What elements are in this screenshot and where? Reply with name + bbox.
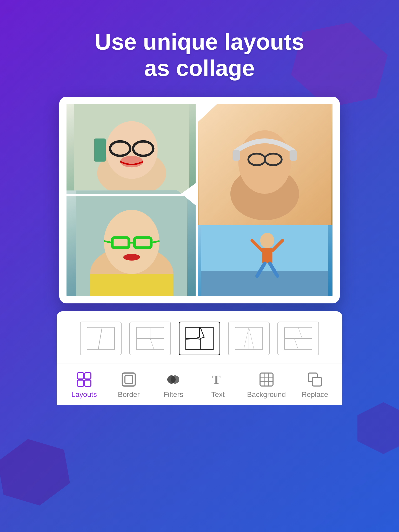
svg-rect-13 — [232, 150, 240, 161]
svg-marker-39 — [136, 338, 154, 350]
horizontal-divider — [66, 194, 196, 196]
svg-rect-28 — [262, 248, 272, 263]
svg-marker-50 — [298, 327, 312, 338]
svg-rect-24 — [90, 274, 173, 296]
filters-icon — [165, 371, 182, 388]
svg-marker-34 — [87, 327, 102, 350]
svg-point-60 — [171, 375, 179, 384]
border-icon — [121, 371, 137, 388]
layout-option-5[interactable] — [277, 322, 319, 355]
collage-photo-4[interactable] — [197, 225, 332, 296]
background-label: Background — [247, 390, 286, 399]
collage-grid — [66, 104, 332, 296]
replace-label: Replace — [302, 390, 328, 399]
background-icon — [258, 371, 275, 388]
svg-rect-6 — [94, 139, 106, 162]
text-label: Text — [211, 390, 224, 399]
filters-label: Filters — [163, 390, 183, 399]
vertical-divider — [196, 104, 198, 296]
layout-option-4[interactable] — [228, 322, 270, 355]
svg-text:T: T — [212, 373, 221, 387]
svg-marker-46 — [235, 327, 249, 350]
svg-rect-14 — [290, 150, 297, 161]
text-icon: T — [210, 371, 226, 388]
svg-rect-53 — [77, 373, 84, 379]
svg-rect-68 — [312, 377, 321, 386]
nav-item-background[interactable]: Background — [247, 371, 286, 399]
svg-point-5 — [120, 156, 143, 167]
svg-rect-55 — [77, 380, 84, 386]
svg-rect-56 — [85, 380, 91, 386]
bottom-panel: Layouts Border — [0, 311, 399, 405]
replace-icon — [307, 371, 323, 388]
svg-point-2 — [106, 121, 158, 179]
border-label: Border — [118, 390, 140, 399]
toolbar-container: Layouts Border — [57, 311, 342, 405]
collage-photo-3[interactable] — [66, 190, 197, 296]
layouts-label: Layouts — [71, 390, 97, 399]
nav-item-border[interactable]: Border — [113, 371, 144, 399]
layout-strip — [57, 311, 342, 363]
svg-rect-26 — [201, 271, 328, 296]
svg-rect-57 — [122, 373, 135, 386]
nav-item-layouts[interactable]: Layouts — [69, 371, 100, 399]
layout-option-3[interactable] — [179, 322, 220, 355]
layout-option-2[interactable] — [129, 322, 171, 355]
svg-marker-47 — [249, 327, 263, 350]
bg-decorative-shape-3 — [357, 402, 399, 454]
svg-rect-54 — [85, 373, 91, 379]
svg-marker-35 — [98, 327, 115, 350]
collage-photo-2[interactable] — [197, 104, 332, 231]
nav-item-filters[interactable]: Filters — [158, 371, 189, 399]
layouts-icon — [76, 371, 92, 388]
page-title: Use unique layouts as collage — [26, 29, 373, 81]
svg-point-23 — [123, 254, 140, 261]
svg-marker-42 — [200, 327, 213, 350]
nav-item-text[interactable]: T Text — [202, 371, 234, 399]
nav-item-replace[interactable]: Replace — [299, 371, 330, 399]
bg-decorative-shape-2 — [0, 433, 73, 511]
svg-marker-43 — [186, 338, 200, 350]
svg-marker-52 — [294, 338, 312, 350]
svg-marker-40 — [150, 338, 164, 350]
collage-wrapper — [0, 97, 399, 303]
svg-rect-58 — [125, 376, 133, 383]
collage-frame — [59, 97, 340, 303]
bottom-nav: Layouts Border — [57, 363, 342, 405]
svg-rect-62 — [260, 373, 273, 386]
layout-option-1[interactable] — [80, 322, 122, 355]
svg-point-27 — [260, 233, 274, 248]
collage-photo-1[interactable] — [66, 104, 197, 196]
svg-marker-41 — [186, 327, 200, 338]
header: Use unique layouts as collage — [0, 0, 399, 97]
svg-rect-33 — [87, 327, 115, 350]
